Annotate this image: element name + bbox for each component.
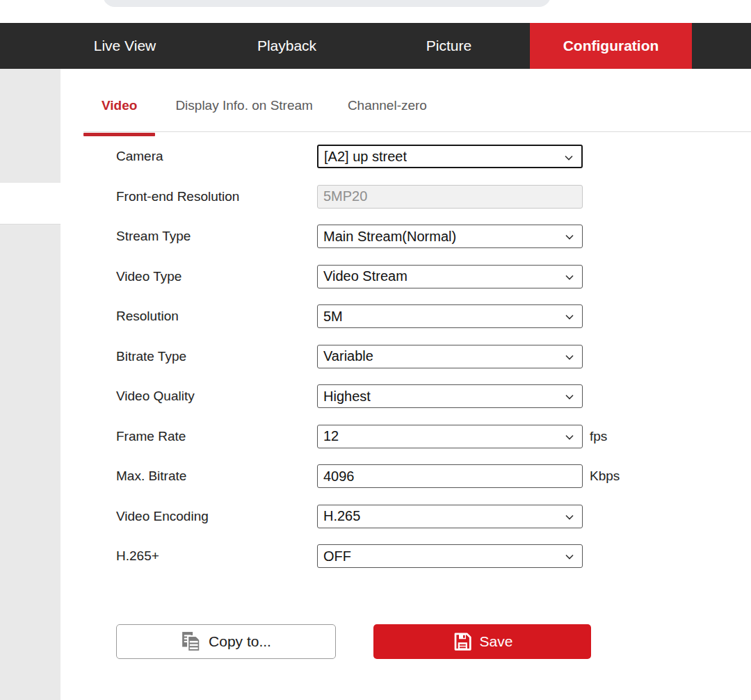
- chevron-down-icon: [564, 272, 575, 283]
- stream-type-select-value: Main Stream(Normal): [323, 229, 456, 245]
- video-quality-select[interactable]: Highest: [317, 384, 583, 408]
- save-button-label: Save: [480, 633, 513, 650]
- frame-rate-select[interactable]: 12: [317, 425, 583, 448]
- form-row-video-encoding: Video Encoding H.265: [116, 505, 620, 528]
- video-encoding-label: Video Encoding: [116, 509, 317, 524]
- bitrate-type-select-value: Variable: [323, 348, 373, 364]
- copy-to-button-label: Copy to...: [209, 633, 271, 650]
- tab-channel-zero[interactable]: Channel-zero: [348, 83, 427, 128]
- tab-video[interactable]: Video: [83, 83, 155, 128]
- bitrate-type-label: Bitrate Type: [116, 349, 317, 364]
- chevron-down-icon: [564, 512, 575, 523]
- video-settings-form: Camera [A2] up street Front-end Resoluti…: [116, 145, 620, 585]
- nav-item-playback[interactable]: Playback: [206, 23, 368, 69]
- main-navbar: Live View Playback Picture Configuration: [0, 23, 751, 69]
- max-bitrate-label: Max. Bitrate: [116, 469, 317, 484]
- video-encoding-select[interactable]: H.265: [317, 505, 583, 528]
- top-strip: [0, 0, 751, 23]
- form-row-camera: Camera [A2] up street: [116, 145, 620, 168]
- camera-select-value: [A2] up street: [324, 149, 407, 165]
- browser-address-bar[interactable]: [103, 0, 551, 7]
- nav-item-picture[interactable]: Picture: [368, 23, 530, 69]
- chevron-down-icon: [564, 551, 575, 562]
- max-bitrate-input[interactable]: [317, 464, 583, 488]
- copy-icon: [181, 631, 202, 652]
- video-quality-select-value: Highest: [323, 389, 371, 405]
- form-row-max-bitrate: Max. Bitrate Kbps: [116, 464, 620, 488]
- frame-rate-unit: fps: [590, 429, 607, 444]
- form-row-h265-plus: H.265+ OFF: [116, 544, 620, 568]
- form-row-resolution: Resolution 5M: [116, 304, 620, 328]
- sidebar-active-item[interactable]: [0, 183, 60, 225]
- h265-plus-select[interactable]: OFF: [317, 544, 583, 568]
- form-row-stream-type: Stream Type Main Stream(Normal): [116, 225, 620, 248]
- camera-label: Camera: [116, 149, 317, 164]
- tab-display-info-on-stream[interactable]: Display Info. on Stream: [175, 83, 312, 128]
- video-type-label: Video Type: [116, 269, 317, 284]
- form-row-front-end-resolution: Front-end Resolution: [116, 185, 620, 209]
- h265-plus-select-value: OFF: [323, 548, 351, 564]
- settings-tabbar: Video Display Info. on Stream Channel-ze…: [83, 83, 751, 132]
- form-row-video-quality: Video Quality Highest: [116, 384, 620, 408]
- video-quality-label: Video Quality: [116, 389, 317, 404]
- camera-select[interactable]: [A2] up street: [317, 145, 583, 168]
- front-end-resolution-field: [317, 185, 583, 209]
- camera-config-page: Live View Playback Picture Configuration…: [0, 0, 751, 700]
- chevron-down-icon: [564, 311, 575, 323]
- chevron-down-icon: [564, 391, 575, 402]
- form-row-video-type: Video Type Video Stream: [116, 265, 620, 288]
- config-sidebar: [0, 69, 60, 700]
- copy-to-button[interactable]: Copy to...: [116, 624, 336, 659]
- stream-type-label: Stream Type: [116, 229, 317, 244]
- max-bitrate-unit: Kbps: [590, 469, 620, 484]
- chevron-down-icon: [564, 231, 575, 243]
- bitrate-type-select[interactable]: Variable: [317, 345, 583, 368]
- form-row-frame-rate: Frame Rate 12 fps: [116, 425, 620, 448]
- video-type-select-value: Video Stream: [323, 268, 407, 284]
- resolution-select[interactable]: 5M: [317, 304, 583, 328]
- video-encoding-select-value: H.265: [323, 508, 360, 524]
- resolution-label: Resolution: [116, 309, 317, 324]
- frame-rate-label: Frame Rate: [116, 429, 317, 444]
- chevron-down-icon: [563, 152, 574, 163]
- resolution-select-value: 5M: [323, 309, 343, 325]
- save-icon: [452, 631, 473, 652]
- nav-item-live-view[interactable]: Live View: [44, 23, 206, 69]
- stream-type-select[interactable]: Main Stream(Normal): [317, 225, 583, 248]
- chevron-down-icon: [564, 352, 575, 363]
- front-end-resolution-label: Front-end Resolution: [116, 189, 317, 204]
- video-type-select[interactable]: Video Stream: [317, 265, 583, 288]
- save-button[interactable]: Save: [373, 624, 591, 659]
- form-row-bitrate-type: Bitrate Type Variable: [116, 345, 620, 368]
- frame-rate-select-value: 12: [323, 428, 339, 444]
- h265-plus-label: H.265+: [116, 548, 317, 564]
- nav-item-configuration[interactable]: Configuration: [530, 23, 692, 69]
- chevron-down-icon: [564, 432, 575, 443]
